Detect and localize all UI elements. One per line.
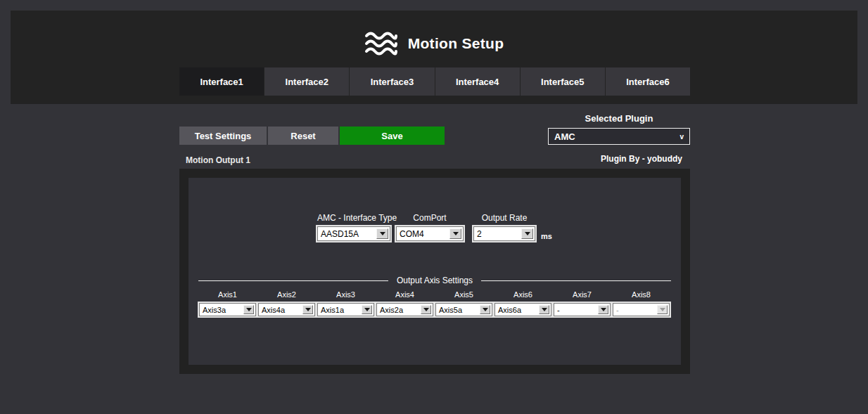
chevron-down-icon: v xyxy=(679,133,684,141)
axis8-select[interactable]: - xyxy=(613,303,670,316)
dropdown-arrow-icon[interactable] xyxy=(421,305,431,314)
axes-row: Axis1 Axis3a Axis2 Axis4a Axis3 xyxy=(199,290,670,316)
axis2-value: Axis4a xyxy=(262,306,285,314)
dropdown-arrow-icon[interactable] xyxy=(480,305,490,314)
plugin-select-value: AMC xyxy=(554,131,575,142)
motion-output-panel-inner: AMC - Interface Type AASD15A ComPort COM… xyxy=(189,178,681,365)
axis3-value: Axis1a xyxy=(321,306,344,314)
axis8-label: Axis8 xyxy=(613,290,670,299)
tab-interface6[interactable]: Interface6 xyxy=(606,67,690,96)
test-settings-button[interactable]: Test Settings xyxy=(179,127,267,145)
tab-interface5[interactable]: Interface5 xyxy=(521,67,605,96)
axis7-label: Axis7 xyxy=(554,290,611,299)
interface-type-select[interactable]: AASD15A xyxy=(317,226,390,241)
axis1-value: Axis3a xyxy=(203,306,226,314)
axis7-select[interactable]: - xyxy=(554,303,611,316)
divider-line xyxy=(198,280,388,281)
output-rate-label: Output Rate xyxy=(473,213,535,223)
axis6-label: Axis6 xyxy=(494,290,551,299)
dropdown-arrow-icon[interactable] xyxy=(302,305,313,314)
axis1-select[interactable]: Axis3a xyxy=(199,303,256,316)
waves-icon xyxy=(364,31,398,56)
axis4-select[interactable]: Axis2a xyxy=(376,303,433,316)
output-rate-select[interactable]: 2 xyxy=(473,226,535,241)
dropdown-arrow-icon[interactable] xyxy=(598,305,608,314)
axis6-select[interactable]: Axis6a xyxy=(494,303,551,316)
plugin-credit: Plugin By - yobuddy xyxy=(478,154,682,164)
output-rate-value: 2 xyxy=(477,229,482,239)
plugin-select[interactable]: AMC v xyxy=(548,128,690,145)
axis6-group: Axis6 Axis6a xyxy=(494,290,551,316)
save-button[interactable]: Save xyxy=(340,127,445,145)
tab-interface1[interactable]: Interface1 xyxy=(179,67,264,96)
output-rate-unit: ms xyxy=(541,232,552,240)
com-port-field: ComPort COM4 xyxy=(396,213,464,241)
axis1-group: Axis1 Axis3a xyxy=(199,290,256,316)
divider-line xyxy=(481,280,671,281)
dropdown-arrow-icon[interactable] xyxy=(539,305,549,314)
dropdown-arrow-icon[interactable] xyxy=(521,228,533,239)
interface-type-field: AMC - Interface Type AASD15A xyxy=(317,213,390,241)
tab-interface2[interactable]: Interface2 xyxy=(264,67,349,96)
axis3-select[interactable]: Axis1a xyxy=(317,303,374,316)
axis5-label: Axis5 xyxy=(435,290,492,299)
axis2-label: Axis2 xyxy=(258,290,315,299)
interface-tabs: Interface1 Interface2 Interface3 Interfa… xyxy=(179,67,690,96)
interface-type-value: AASD15A xyxy=(321,229,359,239)
reset-button[interactable]: Reset xyxy=(268,127,338,145)
axis8-group: Axis8 - xyxy=(613,290,670,316)
motion-output-panel: AMC - Interface Type AASD15A ComPort COM… xyxy=(179,169,690,374)
page: Motion Setup Interface1 Interface2 Inter… xyxy=(0,0,868,414)
dropdown-arrow-icon[interactable] xyxy=(657,305,668,314)
axis2-group: Axis2 Axis4a xyxy=(258,290,315,316)
dropdown-arrow-icon[interactable] xyxy=(449,228,461,239)
axis5-select[interactable]: Axis5a xyxy=(435,303,492,316)
axis4-label: Axis4 xyxy=(376,290,433,299)
axis5-group: Axis5 Axis5a xyxy=(435,290,492,316)
motion-output-title: Motion Output 1 xyxy=(186,155,250,165)
com-port-value: COM4 xyxy=(400,229,424,239)
output-axis-settings-title: Output Axis Settings xyxy=(397,276,473,285)
brand: Motion Setup xyxy=(11,27,857,60)
tab-interface3[interactable]: Interface3 xyxy=(350,67,434,96)
axis5-value: Axis5a xyxy=(439,306,462,314)
output-axis-settings-divider: Output Axis Settings xyxy=(198,276,671,285)
com-port-label: ComPort xyxy=(396,213,464,223)
axis3-group: Axis3 Axis1a xyxy=(317,290,374,316)
tab-interface4[interactable]: Interface4 xyxy=(435,67,520,96)
axis6-value: Axis6a xyxy=(498,306,521,314)
axis4-value: Axis2a xyxy=(380,306,403,314)
axis2-select[interactable]: Axis4a xyxy=(258,303,315,316)
dropdown-arrow-icon[interactable] xyxy=(362,305,372,314)
axis3-label: Axis3 xyxy=(317,290,374,299)
header: Motion Setup Interface1 Interface2 Inter… xyxy=(11,11,857,104)
axis7-group: Axis7 - xyxy=(554,290,611,316)
axis1-label: Axis1 xyxy=(199,290,256,299)
interface-type-label: AMC - Interface Type xyxy=(317,213,390,223)
selected-plugin-label: Selected Plugin xyxy=(548,113,690,124)
com-port-select[interactable]: COM4 xyxy=(396,226,464,241)
axis8-value: - xyxy=(616,306,619,314)
axis4-group: Axis4 Axis2a xyxy=(376,290,433,316)
dropdown-arrow-icon[interactable] xyxy=(243,305,254,314)
page-title: Motion Setup xyxy=(408,35,504,52)
axis7-value: - xyxy=(557,306,560,314)
output-rate-field: Output Rate 2 xyxy=(473,213,535,241)
dropdown-arrow-icon[interactable] xyxy=(376,228,388,239)
